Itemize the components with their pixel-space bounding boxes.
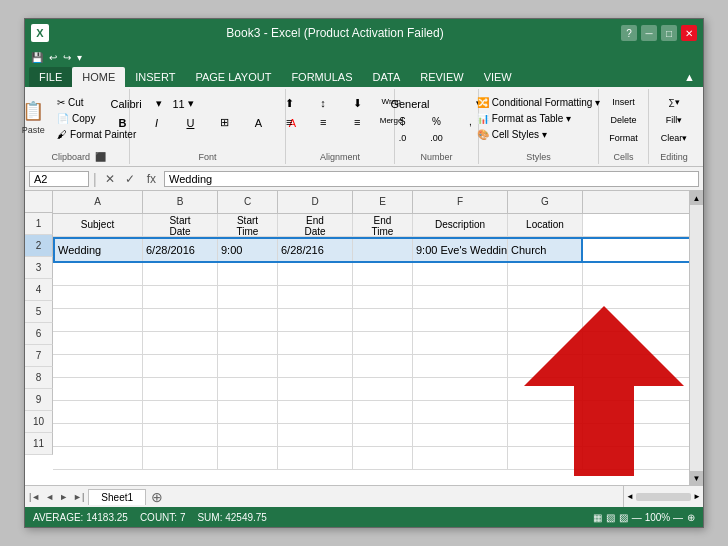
sheet-nav-first[interactable]: |◄ — [27, 492, 42, 502]
normal-view-button[interactable]: ▦ — [593, 512, 602, 523]
paste-button[interactable]: 📋 Paste — [17, 95, 49, 137]
row-header-3[interactable]: 3 — [25, 257, 53, 279]
cell-d4[interactable] — [278, 286, 353, 308]
underline-button[interactable]: U — [174, 115, 206, 131]
align-center-button[interactable]: ≡ — [307, 114, 339, 130]
row-header-8[interactable]: 8 — [25, 367, 53, 389]
scroll-up[interactable]: ▲ — [690, 191, 703, 205]
cell-a1[interactable]: Subject — [53, 214, 143, 236]
help-button[interactable]: ? — [621, 25, 637, 41]
tab-formulas[interactable]: FORMULAS — [281, 67, 362, 87]
cell-d3[interactable] — [278, 263, 353, 285]
font-size-dropdown[interactable]: 11▾ — [168, 95, 198, 112]
cell-f4[interactable] — [413, 286, 508, 308]
cell-b1[interactable]: StartDate — [143, 214, 218, 236]
scroll-right[interactable]: ► — [693, 492, 701, 501]
align-middle-button[interactable]: ↕ — [307, 95, 339, 112]
cell-f3[interactable] — [413, 263, 508, 285]
row-header-1[interactable]: 1 — [25, 213, 53, 235]
cell-g1[interactable]: Location — [508, 214, 583, 236]
bold-button[interactable]: B — [106, 115, 138, 131]
col-header-g[interactable]: G — [508, 191, 583, 213]
align-left-button[interactable]: ≡ — [273, 114, 305, 130]
align-right-button[interactable]: ≡ — [341, 114, 373, 130]
add-sheet-button[interactable]: ⊕ — [148, 488, 166, 506]
cell-c1[interactable]: StartTime — [218, 214, 278, 236]
cell-c4[interactable] — [218, 286, 278, 308]
page-layout-view-button[interactable]: ▧ — [606, 512, 615, 523]
cell-f1[interactable]: Description — [413, 214, 508, 236]
cell-d2[interactable]: 6/28/216 — [278, 239, 353, 261]
conditional-formatting-button[interactable]: 🔀 Conditional Formatting ▾ — [473, 95, 604, 110]
cell-styles-button[interactable]: 🎨 Cell Styles ▾ — [473, 127, 604, 142]
col-header-b[interactable]: B — [143, 191, 218, 213]
vertical-scrollbar[interactable]: ▲ ▼ — [689, 191, 703, 485]
increase-decimal-button[interactable]: .00 — [420, 131, 452, 145]
row-header-4[interactable]: 4 — [25, 279, 53, 301]
sheet-nav-next[interactable]: ► — [57, 492, 70, 502]
col-header-f[interactable]: F — [413, 191, 508, 213]
percent-button[interactable]: % — [420, 114, 452, 129]
tab-data[interactable]: DATA — [363, 67, 411, 87]
confirm-formula-button[interactable]: ✓ — [121, 170, 139, 188]
row-header-10[interactable]: 10 — [25, 411, 53, 433]
close-button[interactable]: ✕ — [681, 25, 697, 41]
scroll-down[interactable]: ▼ — [690, 471, 703, 485]
formula-input[interactable] — [164, 171, 699, 187]
italic-button[interactable]: I — [140, 115, 172, 131]
align-bottom-button[interactable]: ⬇ — [341, 95, 373, 112]
tab-page-layout[interactable]: PAGE LAYOUT — [185, 67, 281, 87]
cell-d1[interactable]: EndDate — [278, 214, 353, 236]
cell-e3[interactable] — [353, 263, 413, 285]
cell-a3[interactable] — [53, 263, 143, 285]
autosum-button[interactable]: ∑▾ — [658, 95, 690, 109]
clear-button[interactable]: Clear▾ — [657, 131, 692, 145]
cell-a2[interactable]: Wedding — [53, 239, 143, 261]
cell-g3[interactable] — [508, 263, 583, 285]
sheet-nav-last[interactable]: ►| — [71, 492, 86, 502]
cell-e4[interactable] — [353, 286, 413, 308]
delete-cells-button[interactable]: Delete — [606, 113, 640, 127]
scroll-left[interactable]: ◄ — [626, 492, 634, 501]
border-button[interactable]: ⊞ — [208, 114, 240, 131]
cell-c3[interactable] — [218, 263, 278, 285]
row-header-11[interactable]: 11 — [25, 433, 53, 455]
col-header-d[interactable]: D — [278, 191, 353, 213]
fill-button[interactable]: Fill▾ — [658, 113, 690, 127]
cell-c2[interactable]: 9:00 — [218, 239, 278, 261]
save-icon[interactable]: 💾 — [31, 52, 43, 63]
col-header-e[interactable]: E — [353, 191, 413, 213]
cell-e1[interactable]: EndTime — [353, 214, 413, 236]
format-as-table-button[interactable]: 📊 Format as Table ▾ — [473, 111, 604, 126]
tab-review[interactable]: REVIEW — [410, 67, 473, 87]
font-name-dropdown[interactable]: Calibri▾ — [106, 95, 166, 112]
row-header-5[interactable]: 5 — [25, 301, 53, 323]
cancel-formula-button[interactable]: ✕ — [101, 170, 119, 188]
cell-b2[interactable]: 6/28/2016 — [143, 239, 218, 261]
cell-f2[interactable]: 9:00 Eve's Wedding — [413, 239, 508, 261]
quick-access-dropdown[interactable]: ▾ — [77, 52, 82, 63]
name-box[interactable] — [29, 171, 89, 187]
undo-icon[interactable]: ↩ — [49, 52, 57, 63]
row-header-9[interactable]: 9 — [25, 389, 53, 411]
sheet-tab-sheet1[interactable]: Sheet1 — [88, 489, 146, 505]
cell-b4[interactable] — [143, 286, 218, 308]
row-header-2[interactable]: 2 — [25, 235, 53, 257]
row-header-7[interactable]: 7 — [25, 345, 53, 367]
minimize-button[interactable]: ─ — [641, 25, 657, 41]
tab-view[interactable]: VIEW — [474, 67, 522, 87]
col-header-a[interactable]: A — [53, 191, 143, 213]
cell-g4[interactable] — [508, 286, 583, 308]
tab-insert[interactable]: INSERT — [125, 67, 185, 87]
ribbon-collapse[interactable]: ▲ — [680, 67, 699, 87]
cell-e2[interactable] — [353, 239, 413, 261]
col-header-c[interactable]: C — [218, 191, 278, 213]
row-header-6[interactable]: 6 — [25, 323, 53, 345]
zoom-slider[interactable]: ⊕ — [687, 512, 695, 523]
align-top-button[interactable]: ⬆ — [273, 95, 305, 112]
cell-a4[interactable] — [53, 286, 143, 308]
decrease-decimal-button[interactable]: .0 — [386, 131, 418, 145]
currency-button[interactable]: $ — [386, 114, 418, 129]
cell-b3[interactable] — [143, 263, 218, 285]
tab-file[interactable]: FILE — [29, 67, 72, 87]
